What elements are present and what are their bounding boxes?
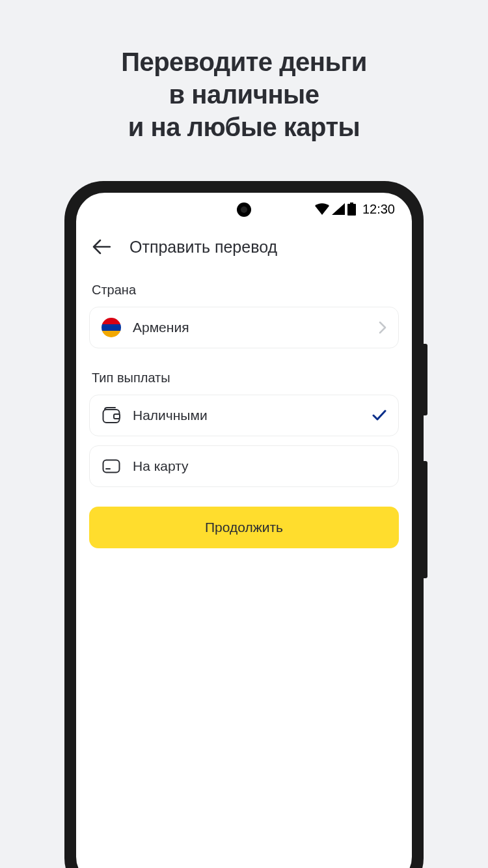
wifi-icon	[315, 203, 329, 215]
svg-rect-4	[103, 460, 120, 473]
phone-frame: 12:30 Отправить перевод Страна Армения	[64, 181, 424, 868]
content-area: Страна Армения Тип выплаты	[76, 263, 412, 548]
status-bar: 12:30	[76, 193, 412, 225]
app-header: Отправить перевод	[76, 225, 412, 263]
payout-option-card[interactable]: На карту	[89, 445, 399, 487]
card-icon	[102, 456, 121, 476]
country-label: Страна	[89, 283, 399, 298]
flag-armenia-icon	[102, 318, 121, 337]
page-title: Отправить перевод	[129, 238, 277, 257]
status-time: 12:30	[362, 202, 395, 217]
svg-rect-1	[347, 204, 356, 216]
payout-option-cash[interactable]: Наличными	[89, 395, 399, 436]
cellular-icon	[332, 203, 345, 215]
front-camera	[237, 203, 251, 217]
continue-button-label: Продолжить	[205, 520, 283, 535]
country-selected-name: Армения	[133, 320, 367, 335]
wallet-icon	[102, 406, 121, 425]
promo-line-1: Переводите деньги	[0, 46, 488, 78]
promo-line-3: и на любые карты	[0, 111, 488, 143]
phone-side-button-2	[424, 461, 427, 578]
promo-headline: Переводите деньги в наличные и на любые …	[0, 0, 488, 143]
svg-rect-3	[114, 414, 120, 419]
chevron-right-icon	[379, 321, 386, 334]
battery-icon	[347, 203, 356, 216]
promo-line-2: в наличные	[0, 78, 488, 111]
back-button[interactable]	[92, 237, 111, 257]
payout-type-label: Тип выплаты	[89, 371, 399, 385]
check-icon	[372, 410, 386, 421]
phone-screen: 12:30 Отправить перевод Страна Армения	[76, 193, 412, 868]
payout-option-card-label: На карту	[133, 458, 386, 474]
country-selector[interactable]: Армения	[89, 307, 399, 348]
payout-option-cash-label: Наличными	[133, 408, 360, 423]
continue-button[interactable]: Продолжить	[89, 507, 399, 548]
arrow-left-icon	[92, 239, 111, 255]
svg-rect-0	[350, 203, 353, 204]
phone-side-button-1	[424, 344, 427, 415]
